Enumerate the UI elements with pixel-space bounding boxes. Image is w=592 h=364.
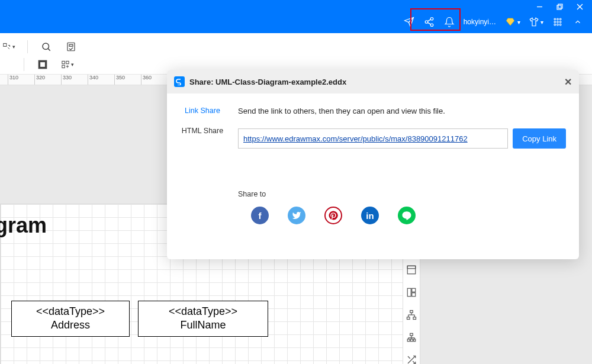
send-icon[interactable]	[403, 16, 415, 28]
svg-rect-45	[411, 339, 413, 342]
components-icon[interactable]: ▾	[61, 58, 74, 71]
page-check-icon[interactable]	[65, 40, 78, 53]
titlebar: hokyinyi… ▾ ▾	[0, 0, 592, 33]
svg-rect-27	[66, 61, 69, 63]
sub-toolbar: ▾ ▾	[0, 33, 592, 75]
ruler-tick: 330	[61, 75, 72, 85]
copy-link-button[interactable]: Copy Link	[513, 128, 566, 149]
sitemap-icon[interactable]	[405, 331, 418, 344]
ruler-tick: 360	[141, 75, 152, 85]
canvas-side-toolbar	[403, 258, 420, 364]
svg-point-7	[430, 24, 433, 27]
svg-line-8	[427, 20, 430, 21]
share-dialog: Share: UML-Class-Diagram-example2.eddx ✕…	[167, 70, 579, 259]
container-icon[interactable]	[405, 263, 418, 276]
search-icon[interactable]	[40, 40, 53, 53]
hierarchy-icon[interactable]	[405, 308, 418, 321]
svg-point-10	[554, 18, 556, 20]
stereotype-label: <<dataType>>	[18, 305, 123, 318]
svg-line-53	[413, 361, 416, 364]
layout-icon[interactable]	[405, 286, 418, 299]
svg-line-9	[427, 22, 430, 24]
class-name: Address	[18, 318, 123, 332]
tab-link-share[interactable]: Link Share	[185, 107, 220, 115]
svg-line-54	[408, 356, 410, 359]
pinterest-icon[interactable]	[324, 207, 342, 224]
svg-point-5	[430, 18, 433, 21]
share-to-label: Share to	[238, 190, 566, 198]
svg-rect-28	[62, 65, 65, 67]
uml-class-box[interactable]: <<dataType>> FullName	[138, 301, 268, 337]
window-restore-button[interactable]	[555, 2, 564, 11]
svg-rect-34	[412, 288, 416, 292]
svg-rect-43	[410, 333, 413, 336]
share-icon[interactable]	[423, 16, 435, 28]
dropdown-split-icon[interactable]: ▾	[2, 40, 15, 53]
svg-rect-31	[407, 266, 416, 274]
svg-rect-2	[558, 4, 562, 8]
diagram-title: gram	[0, 213, 47, 238]
svg-rect-46	[414, 339, 416, 342]
apps-grid-icon[interactable]	[552, 16, 564, 28]
ruler-tick: 310	[8, 75, 18, 85]
tab-html-share[interactable]: HTML Share	[182, 127, 223, 135]
svg-rect-35	[412, 293, 416, 297]
dialog-close-button[interactable]: ✕	[564, 76, 572, 88]
ruler-tick: 350	[114, 75, 125, 85]
svg-point-13	[554, 21, 556, 23]
svg-rect-32	[407, 266, 416, 269]
class-name: FullName	[144, 318, 262, 332]
svg-rect-36	[410, 311, 413, 313]
gem-icon[interactable]	[504, 16, 516, 28]
svg-point-18	[559, 24, 561, 25]
share-link-input[interactable]	[238, 128, 508, 149]
facebook-icon[interactable]: f	[251, 207, 269, 224]
svg-point-15	[559, 21, 561, 23]
stereotype-label: <<dataType>>	[144, 305, 262, 318]
collapse-panel-icon[interactable]	[572, 16, 584, 28]
svg-point-11	[557, 18, 559, 20]
select-all-icon[interactable]	[36, 58, 49, 71]
linkedin-icon[interactable]: in	[361, 207, 379, 224]
uml-class-box[interactable]: <<dataType>> Address	[11, 301, 130, 337]
shuffle-icon[interactable]	[405, 353, 418, 364]
svg-line-21	[48, 49, 50, 50]
bell-icon[interactable]	[443, 16, 455, 28]
svg-rect-44	[407, 339, 410, 342]
line-icon[interactable]	[398, 207, 416, 224]
twitter-icon[interactable]	[288, 207, 305, 224]
ruler-tick: 340	[88, 75, 98, 85]
gem-dropdown-icon[interactable]: ▾	[517, 19, 520, 25]
svg-rect-1	[557, 5, 561, 9]
ruler-tick: 320	[34, 75, 45, 85]
svg-rect-26	[62, 61, 65, 63]
theme-icon[interactable]: ▾	[529, 17, 543, 27]
svg-rect-38	[413, 317, 416, 320]
svg-point-12	[559, 18, 561, 20]
dialog-title: Share: UML-Class-Diagram-example2.eddx	[189, 78, 346, 86]
svg-point-20	[43, 43, 49, 50]
app-logo-icon	[174, 76, 185, 87]
svg-rect-25	[40, 62, 46, 67]
window-close-button[interactable]	[575, 2, 584, 11]
dialog-header: Share: UML-Class-Diagram-example2.eddx ✕	[167, 70, 579, 94]
user-name-label[interactable]: hokyinyi…	[464, 18, 496, 26]
svg-point-17	[557, 24, 559, 25]
svg-point-14	[557, 21, 559, 23]
svg-rect-33	[407, 288, 411, 297]
svg-point-16	[554, 24, 556, 25]
dialog-tabs: Link Share HTML Share	[167, 94, 238, 259]
window-minimize-button[interactable]	[535, 2, 543, 11]
svg-point-6	[425, 21, 428, 24]
svg-rect-19	[4, 43, 7, 46]
svg-rect-37	[407, 317, 410, 320]
svg-rect-23	[69, 44, 73, 46]
dialog-description: Send the link to others, then they can o…	[238, 107, 566, 115]
